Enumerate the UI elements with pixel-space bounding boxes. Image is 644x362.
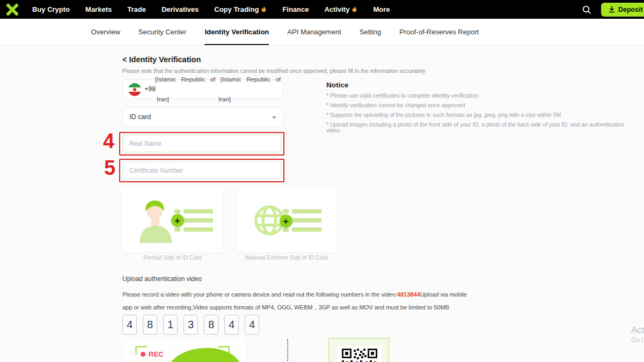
digit-box: 1: [163, 315, 178, 335]
download-icon: [609, 6, 615, 13]
digit-box: 4: [224, 315, 239, 335]
account-nav-tab[interactable]: Identity Verification: [204, 19, 269, 45]
qr-code-panel: [328, 338, 389, 362]
upload-emblem-side[interactable]: +: [236, 189, 336, 252]
digit-box: 8: [204, 315, 218, 335]
search-icon[interactable]: [581, 4, 592, 16]
account-nav-tab[interactable]: Proof-of-Reserves Report: [399, 19, 479, 45]
id-type-value: ID card: [129, 113, 151, 121]
rec-indicator: REC: [141, 350, 163, 358]
main-menu: Buy Crypto Markets Trade Derivatives Cop…: [32, 5, 390, 13]
real-name-input[interactable]: [122, 135, 281, 152]
main-menu-item[interactable]: Finance: [282, 5, 309, 13]
video-recording-preview: REC: [122, 339, 246, 362]
add-upload-icon: +: [171, 214, 184, 227]
main-menu-item[interactable]: Buy Crypto: [32, 5, 70, 13]
notice-title: Notice: [326, 81, 348, 89]
country-name-overflow-line2b: Iran]: [218, 96, 231, 102]
account-nav-tab[interactable]: Overview: [91, 19, 120, 45]
video-instructions: Please record a video with your phone or…: [122, 288, 470, 314]
side-widget-link[interactable]: Go t: [631, 336, 643, 344]
chevron-down-icon: [272, 116, 276, 119]
deposit-button[interactable]: Deposit: [601, 3, 644, 17]
flame-icon: [261, 6, 267, 13]
iran-flag-icon: [128, 83, 141, 96]
digit-box: 8: [143, 315, 157, 335]
account-nav-tab[interactable]: Security Center: [138, 19, 187, 45]
video-section-title: Upload authentication video: [122, 275, 202, 283]
annotation-number-5: 5: [104, 158, 115, 178]
rec-dot-icon: [141, 352, 145, 357]
dial-code: +98: [144, 85, 156, 93]
account-nav-tab[interactable]: Setting: [360, 19, 381, 45]
account-settings-nav: Overview Security Center Identity Verifi…: [0, 19, 644, 46]
top-navigation-bar: Buy Crypto Markets Trade Derivatives Cop…: [0, 0, 644, 19]
upload-portrait-side[interactable]: +: [122, 189, 223, 252]
page-subtitle: Please note that the authentication info…: [122, 68, 425, 74]
dashed-divider: [287, 339, 288, 362]
annotation-number-4: 4: [103, 131, 114, 151]
add-upload-icon: +: [280, 215, 292, 227]
notice-list: * Please use valid certificates to compl…: [326, 93, 627, 137]
notice-item: * Upload images including a photo of the…: [326, 122, 627, 133]
notice-item: * Please use valid certificates to compl…: [326, 93, 627, 99]
main-menu-item[interactable]: Markets: [85, 5, 112, 13]
digit-box: 4: [122, 315, 137, 335]
annotation-box-real-name: [119, 132, 284, 156]
page-title[interactable]: < Identity Verification: [122, 55, 201, 64]
digit-box: 3: [184, 315, 198, 335]
identity-verification-content: < Identity Verification Please note that…: [0, 46, 644, 362]
notice-item: * Supports the uploading of the pictures…: [326, 112, 627, 118]
upload-caption-portrait: Portrait Side of ID Card: [122, 254, 223, 261]
main-menu-item[interactable]: Trade: [127, 5, 146, 13]
country-name-overflow-line1: [Islamic Republic of [Islamic Republic o…: [155, 76, 281, 83]
country-selector[interactable]: +98 [Islamic Republic of [Islamic Republ…: [122, 79, 283, 99]
person-head-illustration: [164, 344, 244, 362]
verification-digits: 4813844: [122, 315, 259, 335]
main-menu-item[interactable]: Derivatives: [162, 5, 199, 13]
account-nav-tab[interactable]: API Management: [287, 19, 341, 45]
certificate-number-input[interactable]: [122, 161, 281, 179]
id-type-select[interactable]: ID card: [122, 107, 283, 127]
upload-caption-emblem: National Emblem Side of ID Card: [236, 254, 336, 261]
annotation-box-certificate: [119, 159, 284, 182]
main-menu-item[interactable]: More: [373, 5, 390, 13]
side-widget-title: Act: [631, 325, 644, 336]
flame-icon: [352, 6, 357, 13]
notice-item: * Identify verification cannot be change…: [326, 102, 627, 108]
qr-code: [337, 346, 382, 362]
verification-code: 4813844: [397, 291, 420, 298]
main-menu-item[interactable]: Copy Trading: [214, 5, 267, 13]
digit-box: 4: [245, 315, 259, 335]
country-name-overflow-line2a: Iran]: [157, 96, 169, 102]
xt-logo[interactable]: [5, 3, 19, 17]
main-menu-item[interactable]: Activity: [324, 5, 357, 13]
